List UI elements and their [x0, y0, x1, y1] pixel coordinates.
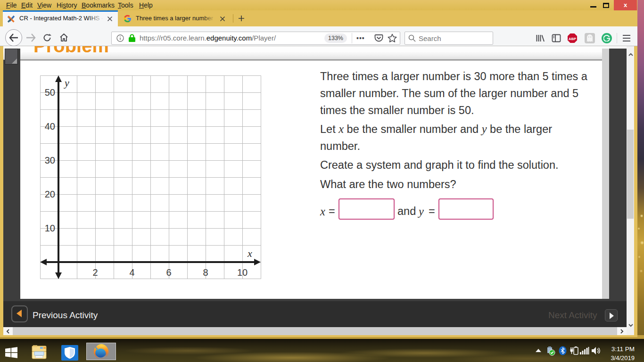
svg-text:y: y — [64, 77, 69, 89]
svg-text:10: 10 — [45, 223, 55, 233]
svg-text:40: 40 — [45, 121, 55, 132]
svg-text:ABP: ABP — [569, 37, 576, 41]
svg-text:2: 2 — [92, 267, 98, 278]
svg-text:20: 20 — [45, 189, 55, 199]
svg-text:6: 6 — [166, 267, 171, 278]
svg-text:8: 8 — [203, 267, 208, 278]
svg-text:30: 30 — [45, 155, 55, 165]
svg-text:10: 10 — [237, 267, 248, 278]
svg-text:x: x — [247, 247, 252, 259]
svg-text:4: 4 — [129, 267, 134, 278]
svg-text:50: 50 — [45, 87, 55, 98]
